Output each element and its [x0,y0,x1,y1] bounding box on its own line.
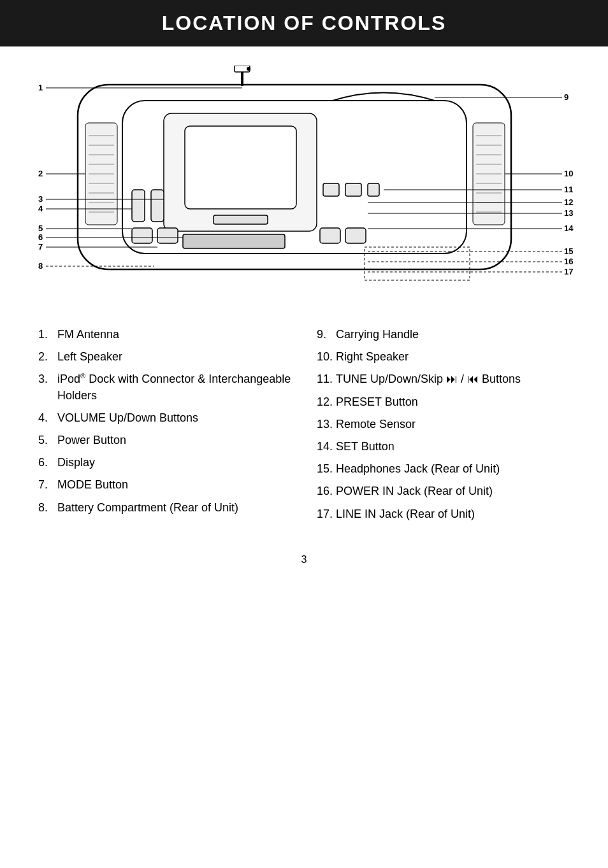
item-text: TUNE Up/Down/Skip ⏭ / ⏮ Buttons [336,371,521,387]
item-number: 1. [38,327,57,343]
svg-text:6: 6 [38,232,43,242]
list-item: 17. LINE IN Jack (Rear of Unit) [317,506,570,522]
item-text: Right Speaker [336,349,409,365]
svg-rect-34 [157,228,178,243]
item-text: POWER IN Jack (Rear of Unit) [336,483,493,499]
svg-rect-32 [368,183,379,196]
item-text: MODE Button [57,477,128,493]
list-item: 5. Power Button [38,432,291,448]
device-diagram: 1 2 3 4 5 6 7 8 9 10 11 12 [27,66,581,301]
item-text: VOLUME Up/Down Buttons [57,410,198,426]
item-number: 9. [317,327,336,343]
item-number: 4. [38,410,57,426]
page-number: 3 [0,541,608,572]
page-number-text: 3 [301,554,307,565]
list-item: 10. Right Speaker [317,349,570,365]
item-number: 16. [317,483,336,499]
item-text: Remote Sensor [336,416,416,432]
svg-rect-33 [132,228,152,243]
svg-text:1: 1 [38,83,43,92]
item-number: 12. [317,394,336,410]
page-header: LOCATION OF CONTROLS [0,0,608,46]
item-number: 3. [38,371,57,403]
svg-text:17: 17 [564,267,573,276]
item-text: FM Antenna [57,327,119,343]
controls-list: 1. FM Antenna 2. Left Speaker 3. iPod® D… [0,314,608,541]
svg-text:5: 5 [38,224,43,233]
svg-text:2: 2 [38,169,43,178]
item-text: Left Speaker [57,349,122,365]
item-text: iPod® Dock with Connector & Interchangea… [57,371,291,403]
item-number: 5. [38,432,57,448]
item-text: SET Button [336,439,394,455]
right-column: 9. Carrying Handle 10. Right Speaker 11.… [317,327,570,529]
left-column: 1. FM Antenna 2. Left Speaker 3. iPod® D… [38,327,291,529]
item-number: 2. [38,349,57,365]
item-number: 14. [317,439,336,455]
svg-text:10: 10 [564,169,573,178]
item-text: LINE IN Jack (Rear of Unit) [336,506,475,522]
svg-text:16: 16 [564,257,573,266]
svg-rect-35 [320,228,340,243]
list-item: 4. VOLUME Up/Down Buttons [38,410,291,426]
svg-text:12: 12 [564,197,573,207]
item-text: Carrying Handle [336,327,419,343]
svg-rect-4 [214,215,268,224]
item-text: Headphones Jack (Rear of Unit) [336,461,500,477]
svg-rect-37 [183,234,285,248]
svg-rect-3 [185,126,296,209]
svg-text:4: 4 [38,204,43,213]
list-item: 9. Carrying Handle [317,327,570,343]
list-item: 7. MODE Button [38,477,291,493]
svg-rect-29 [151,190,164,222]
svg-text:3: 3 [38,194,43,204]
item-text: Display [57,455,95,471]
item-number: 15. [317,461,336,477]
svg-rect-31 [345,183,361,196]
item-text: PRESET Button [336,394,418,410]
list-item: 13. Remote Sensor [317,416,570,432]
item-text: Battery Compartment (Rear of Unit) [57,500,238,516]
list-item: 6. Display [38,455,291,471]
svg-rect-36 [345,228,366,243]
page-title: LOCATION OF CONTROLS [13,11,595,35]
list-item: 16. POWER IN Jack (Rear of Unit) [317,483,570,499]
item-number: 10. [317,349,336,365]
svg-text:8: 8 [38,261,43,271]
list-item: 8. Battery Compartment (Rear of Unit) [38,500,291,516]
svg-text:7: 7 [38,242,43,252]
svg-point-7 [247,67,250,71]
list-item: 12. PRESET Button [317,394,570,410]
diagram-section: 1 2 3 4 5 6 7 8 9 10 11 12 [0,59,608,314]
item-number: 6. [38,455,57,471]
svg-text:15: 15 [564,246,573,256]
item-number: 13. [317,416,336,432]
item-number: 8. [38,500,57,516]
list-item: 1. FM Antenna [38,327,291,343]
list-item: 15. Headphones Jack (Rear of Unit) [317,461,570,477]
svg-text:9: 9 [564,92,568,102]
list-item: 2. Left Speaker [38,349,291,365]
item-text: Power Button [57,432,126,448]
list-item: 11. TUNE Up/Down/Skip ⏭ / ⏮ Buttons [317,371,570,387]
svg-rect-30 [323,183,339,196]
item-number: 17. [317,506,336,522]
svg-text:14: 14 [564,224,574,233]
svg-rect-28 [132,190,145,222]
item-number: 7. [38,477,57,493]
svg-text:11: 11 [564,185,573,194]
item-number: 11. [317,371,336,387]
svg-text:13: 13 [564,208,573,218]
list-item: 3. iPod® Dock with Connector & Interchan… [38,371,291,403]
list-item: 14. SET Button [317,439,570,455]
